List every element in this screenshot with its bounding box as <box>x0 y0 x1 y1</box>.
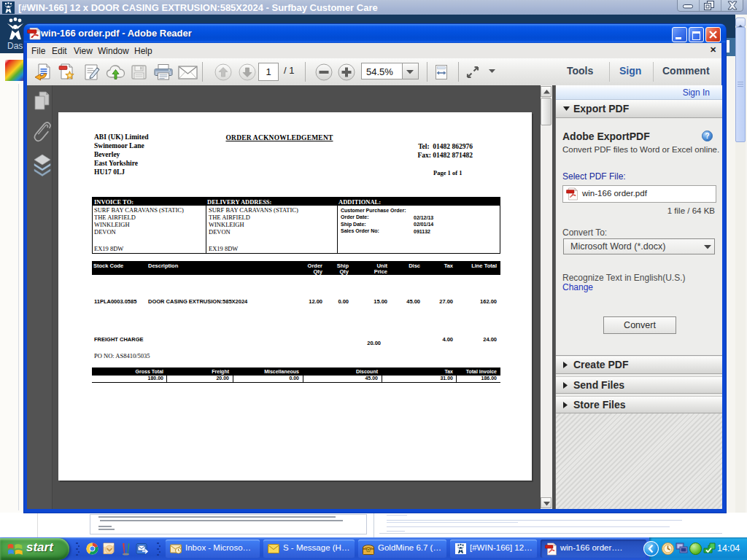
svg-text:?: ? <box>705 132 710 140</box>
